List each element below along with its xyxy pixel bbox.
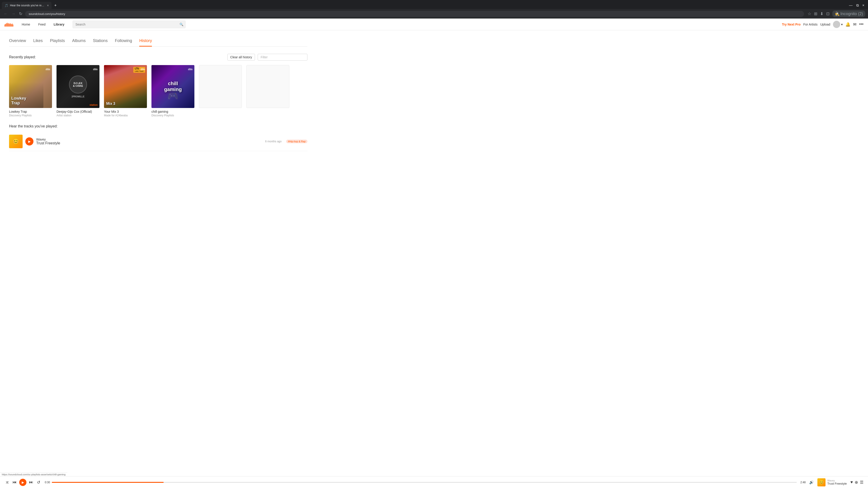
svg-rect-24 — [94, 68, 94, 70]
card-title-yourmix: Your Mix 3 — [104, 110, 147, 113]
svg-rect-40 — [144, 68, 144, 70]
user-avatar — [833, 21, 840, 28]
player-time-total: 2:48 — [800, 481, 806, 484]
player-like-button[interactable]: ♥ — [850, 480, 853, 485]
clear-history-button[interactable]: Clear all history — [227, 54, 255, 61]
extensions-icon[interactable]: ⊞ — [814, 11, 817, 16]
incognito-badge[interactable]: 🕵 Incognito (2) — [832, 10, 865, 17]
minimize-button[interactable]: — — [849, 3, 852, 7]
progress-bar[interactable] — [52, 482, 797, 483]
volume-icon[interactable]: 🔊 — [809, 480, 814, 484]
tab-stations[interactable]: Stations — [93, 36, 107, 46]
nav-library[interactable]: Library — [50, 21, 68, 28]
card-placeholder-thumb-2 — [246, 65, 289, 108]
card-subtitle-yourmix: Made for A24beaba — [104, 114, 147, 117]
card-placeholder-2 — [246, 65, 289, 117]
url-bar[interactable]: soundcloud.com/you/history — [25, 11, 804, 17]
track-tag[interactable]: #Hip-hop & Rap — [286, 140, 307, 143]
tab-close-button[interactable]: × — [47, 4, 49, 7]
main-content: Overview Likes Playlists Albums Stations… — [0, 30, 316, 157]
more-options-icon[interactable]: ••• — [859, 22, 864, 27]
track-thumb: 😊 — [9, 135, 23, 148]
svg-rect-9 — [12, 24, 12, 26]
svg-rect-54 — [192, 69, 192, 70]
forward-button[interactable]: → — [10, 11, 16, 17]
browser-actions: ☆ ⊞ ⬇ ⊡ 🕵 Incognito (2) — [808, 10, 865, 17]
player-queue-button[interactable]: ☰ — [860, 480, 864, 485]
track-info: Wavey Trust Freestyle — [36, 138, 262, 145]
soundcloud-badge-chill — [188, 67, 193, 72]
avatar-dropdown-icon: ▾ — [841, 23, 843, 26]
card-title-deejay: Deejay-Gijs Cox (Official) — [57, 110, 99, 113]
soundcloud-app: Home Feed Library 🔍 Try Next Pro For Art… — [0, 19, 868, 486]
card-subtitle-chill: Discovery Playlists — [151, 114, 194, 117]
tab-history[interactable]: History — [139, 36, 152, 46]
player-track-info: 😊 Wavey Trust Freestyle — [817, 478, 847, 486]
try-next-pro-link[interactable]: Try Next Pro — [782, 23, 800, 26]
for-artists-link[interactable]: For Artists — [803, 23, 817, 26]
player-title: Trust Freestyle — [827, 482, 847, 485]
tab-playlists[interactable]: Playlists — [50, 36, 65, 46]
maximize-button[interactable]: ⧉ — [856, 3, 859, 7]
card-title-lowkey: Lowkey Trap — [9, 110, 52, 113]
bookmark-icon[interactable]: ☆ — [808, 11, 811, 16]
section-controls: Clear all history — [227, 54, 307, 61]
notifications-icon[interactable]: 🔔 — [845, 22, 850, 27]
svg-rect-8 — [11, 24, 11, 26]
svg-rect-32 — [97, 69, 97, 70]
nav-home[interactable]: Home — [18, 21, 34, 28]
upload-link[interactable]: Upload — [820, 23, 830, 26]
close-window-button[interactable]: × — [862, 3, 864, 7]
player-shuffle-button[interactable]: ⤮ — [4, 479, 10, 486]
card-chill-gaming[interactable]: 🎮 chillgaming chill gaming Discovery Pla… — [151, 65, 194, 117]
search-input[interactable] — [72, 21, 186, 28]
card-your-mix-3[interactable]: LTULIKE THAT Mix 3 Your Mix 3 Made for A… — [104, 65, 147, 117]
card-deejay[interactable]: DJ LEX& CISKE 2PROMILLE station Deejay-G… — [57, 65, 99, 117]
svg-rect-51 — [191, 68, 191, 70]
tab-overview[interactable]: Overview — [9, 36, 26, 46]
svg-rect-17 — [48, 69, 49, 70]
main-nav: Home Feed Library — [18, 21, 68, 28]
card-info-deejay: Deejay-Gijs Cox (Official) Artist statio… — [57, 110, 99, 117]
bottom-player: ⤮ ⏮ ▶ ⏭ ↺ 0:30 2:48 🔊 😊 Wavey Trust Free… — [0, 476, 868, 486]
new-tab-button[interactable]: + — [53, 2, 59, 9]
track-play-button[interactable]: ▶ — [25, 137, 33, 145]
incognito-icon: 🕵 — [835, 11, 839, 16]
player-repeat-button[interactable]: ↺ — [36, 479, 41, 486]
player-prev-button[interactable]: ⏮ — [11, 479, 18, 486]
download-icon[interactable]: ⬇ — [820, 11, 824, 16]
status-url: https://soundcloud.com/sc-playlists-asse… — [2, 473, 66, 476]
svg-rect-44 — [188, 69, 188, 70]
reload-button[interactable]: ↻ — [18, 10, 23, 17]
svg-rect-18 — [49, 68, 49, 70]
profile-icon[interactable]: ⊡ — [826, 11, 830, 16]
tab-title: Hear the sounds you've recenti... — [10, 4, 45, 7]
svg-rect-13 — [46, 68, 47, 70]
svg-rect-35 — [142, 68, 142, 70]
filter-input[interactable] — [258, 54, 307, 61]
card-lowkey-trap[interactable]: LowkeyTrap Lowkey Trap Discovery Playlis… — [9, 65, 52, 117]
soundcloud-logo[interactable] — [4, 20, 13, 29]
tab-following[interactable]: Following — [115, 36, 132, 46]
active-tab[interactable]: 🎵 Hear the sounds you've recenti... × — [2, 2, 52, 9]
soundcloud-badge-lowkey — [46, 67, 50, 72]
svg-rect-33 — [141, 69, 141, 70]
svg-rect-38 — [143, 68, 143, 70]
user-avatar-container[interactable]: ▾ — [833, 21, 843, 28]
player-play-button[interactable]: ▶ — [19, 479, 26, 486]
tab-likes[interactable]: Likes — [33, 36, 43, 46]
player-volume: 🔊 — [809, 480, 814, 484]
svg-rect-1 — [5, 24, 6, 26]
back-button[interactable]: ← — [3, 11, 8, 17]
svg-rect-14 — [47, 68, 47, 70]
svg-rect-52 — [191, 69, 192, 70]
player-add-button[interactable]: ⊕ — [855, 480, 858, 485]
svg-rect-43 — [145, 69, 145, 70]
card-info-chill: chill gaming Discovery Playlists — [151, 110, 194, 117]
card-placeholder-thumb-1 — [199, 65, 242, 108]
tab-albums[interactable]: Albums — [72, 36, 86, 46]
messages-icon[interactable]: ✉ — [853, 22, 857, 27]
nav-feed[interactable]: Feed — [35, 21, 49, 28]
svg-rect-4 — [8, 24, 8, 26]
player-next-button[interactable]: ⏭ — [28, 479, 34, 486]
